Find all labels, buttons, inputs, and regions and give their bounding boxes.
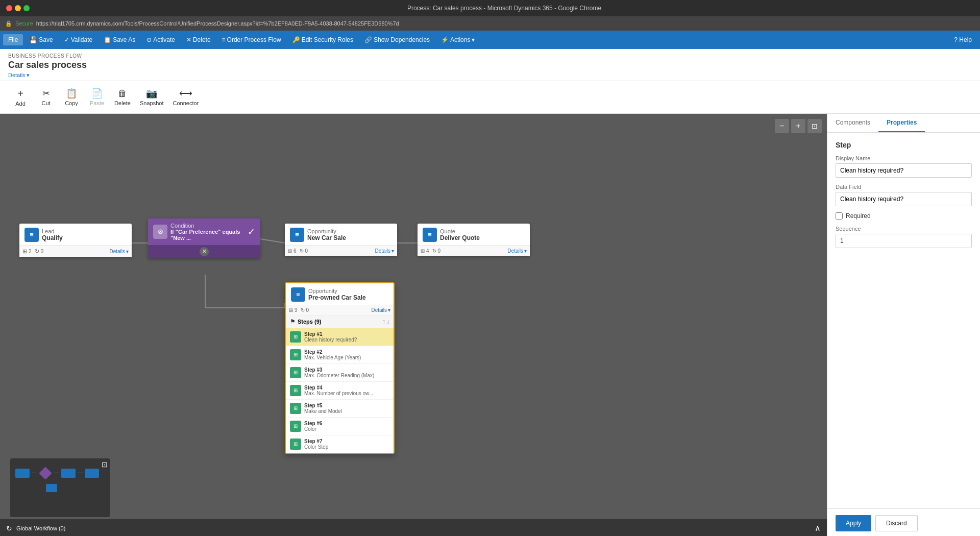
step-item-1[interactable]: ⊞ Step #1 Clean history required?: [286, 328, 394, 346]
condition-node[interactable]: ⊗ Condition If "Car Preference" equals "…: [148, 218, 260, 258]
connector-svg: [0, 114, 827, 537]
step-item-2[interactable]: ⊞ Step #2 Max. Vehicle Age (Years): [286, 346, 394, 364]
lead-details-button[interactable]: Details ▾: [109, 249, 129, 254]
quote-header: ≡ Quote Deliver Quote: [418, 224, 530, 246]
step-item-3[interactable]: ⊞ Step #3 Max. Odometer Reading (Max): [286, 364, 394, 382]
help-button[interactable]: ? Help: [949, 34, 977, 45]
activate-button[interactable]: ⊙ Activate: [141, 34, 180, 45]
deps-icon: 🔗: [364, 36, 372, 43]
opp-new-chevron: ▾: [391, 248, 394, 254]
step-item-6[interactable]: ⊞ Step #6 Color: [286, 418, 394, 435]
main-layout: − + ⊡ ≡ Lead Qualify: [0, 114, 980, 537]
save-label: Save: [39, 36, 53, 43]
details-link[interactable]: Details ▾: [8, 72, 30, 81]
step-icon-3: ⊞: [290, 367, 301, 378]
fit-button[interactable]: ⊡: [807, 119, 822, 133]
deps-label: Show Dependencies: [374, 36, 430, 43]
display-name-input[interactable]: [836, 163, 972, 178]
save-as-button[interactable]: 📋 Save As: [99, 34, 140, 45]
file-button[interactable]: File: [3, 34, 23, 45]
tab-components[interactable]: Components: [827, 114, 878, 132]
opp-pre-type: Opportunity: [308, 288, 366, 294]
steps-icon3: ⊞: [421, 248, 425, 254]
quote-details-button[interactable]: Details ▾: [507, 248, 527, 254]
sort-down-button[interactable]: ↓: [386, 318, 389, 325]
edit-security-roles-button[interactable]: 🔑 Edit Security Roles: [287, 34, 358, 45]
paste-button[interactable]: 📄 Paste: [85, 86, 109, 108]
connector-button[interactable]: ⟷ Connector: [168, 86, 203, 108]
validate-button[interactable]: ✓ Validate: [59, 34, 97, 45]
sort-up-button[interactable]: ↑: [382, 318, 385, 325]
global-workflow-expand-button[interactable]: ∧: [815, 523, 821, 533]
snapshot-icon: 📷: [146, 88, 157, 99]
add-button[interactable]: + Add: [8, 86, 33, 109]
opp-pre-steps: ⊞ 9: [289, 307, 298, 313]
delete-icon: ✕: [186, 36, 191, 43]
apply-button[interactable]: Apply: [836, 515, 871, 531]
save-button[interactable]: 💾 Save: [24, 34, 58, 46]
opp-pre-subtitle: Pre-owned Car Sale: [308, 294, 366, 301]
page-title: Car sales process: [8, 59, 972, 71]
show-dependencies-button[interactable]: 🔗 Show Dependencies: [359, 34, 435, 45]
condition-close-button[interactable]: ✕: [200, 247, 209, 256]
panel-content: Step Display Name Data Field Clean histo…: [827, 133, 980, 508]
opp-pre-refresh: ↻ 0: [301, 307, 309, 313]
canvas-area[interactable]: − + ⊡ ≡ Lead Qualify: [0, 114, 827, 537]
activate-icon: ⊙: [146, 36, 152, 43]
sequence-select[interactable]: 1: [836, 234, 972, 248]
designer-toolbar: + Add ✂ Cut 📋 Copy 📄 Paste 🗑 Delete 📷 Sn…: [0, 81, 980, 114]
security-label: Edit Security Roles: [302, 36, 353, 43]
url-bar[interactable]: 🔒 Secure https://trial1705.crm.dynamics.…: [0, 16, 980, 31]
quote-steps: ⊞ 4: [421, 248, 429, 254]
cut-button[interactable]: ✂ Cut: [34, 86, 58, 108]
zoom-in-button[interactable]: +: [791, 119, 805, 133]
lead-node[interactable]: ≡ Lead Qualify ⊞ 2 ↻ 0 Details ▾: [19, 224, 132, 257]
save-icon: 💾: [29, 36, 37, 44]
delete-design-button[interactable]: 🗑 Delete: [110, 86, 135, 108]
app-toolbar: File 💾 Save ✓ Validate 📋 Save As ⊙ Activ…: [0, 31, 980, 49]
sequence-label: Sequence: [836, 226, 972, 232]
canvas-controls: − + ⊡: [775, 119, 822, 133]
opp-pre-footer: ⊞ 9 ↻ 0 Details ▾: [286, 305, 394, 315]
global-workflow-bar: ↻ Global Workflow (0) ∧: [0, 519, 827, 537]
step-4-name: Max. Number of previous ow...: [304, 391, 373, 396]
svg-line-1: [260, 239, 285, 243]
copy-button[interactable]: 📋 Copy: [59, 86, 84, 108]
actions-icon: ⚡: [441, 36, 449, 43]
snapshot-button[interactable]: 📷 Snapshot: [136, 86, 167, 108]
global-workflow-label: Global Workflow (0): [16, 525, 65, 531]
opportunity-new-node[interactable]: ≡ Opportunity New Car Sale ⊞ 6 ↻ 0 Detai…: [285, 224, 397, 256]
opp-new-details-button[interactable]: Details ▾: [375, 248, 394, 254]
delete-button[interactable]: ✕ Delete: [181, 34, 216, 45]
discard-button[interactable]: Discard: [875, 515, 918, 531]
opp-new-type: Opportunity: [307, 228, 346, 234]
order-process-flow-button[interactable]: ≡ Order Process Flow: [217, 34, 286, 45]
quote-icon: ≡: [423, 228, 437, 242]
step-5-number: Step #5: [304, 403, 342, 408]
step-3-name: Max. Odometer Reading (Max): [304, 373, 374, 378]
zoom-out-button[interactable]: −: [775, 119, 789, 133]
opp-pre-chevron: ▾: [388, 307, 390, 313]
quote-footer: ⊞ 4 ↻ 0 Details ▾: [418, 246, 530, 256]
step-item-5[interactable]: ⊞ Step #5 Make and Model: [286, 400, 394, 418]
required-checkbox[interactable]: [836, 212, 843, 220]
actions-button[interactable]: ⚡ Actions ▾: [436, 34, 480, 45]
data-field-select[interactable]: Clean history required?: [836, 192, 972, 206]
steps-popup[interactable]: ≡ Opportunity Pre-owned Car Sale ⊞ 9 ↻ 0…: [285, 282, 395, 454]
quote-node[interactable]: ≡ Quote Deliver Quote ⊞ 4 ↻ 0 Details ▾: [418, 224, 530, 256]
step-icon-7: ⊞: [290, 438, 301, 450]
save-as-label: Save As: [113, 36, 135, 43]
details-chevron: ▾: [27, 72, 30, 79]
page-header: BUSINESS PROCESS FLOW Car sales process …: [0, 49, 980, 81]
validate-icon: ✓: [64, 36, 69, 43]
bpf-label: BUSINESS PROCESS FLOW: [8, 51, 972, 59]
tab-properties[interactable]: Properties: [878, 114, 925, 132]
opp-pre-details-button[interactable]: Details ▾: [371, 307, 390, 313]
step-1-name: Clean history required?: [304, 337, 357, 343]
quote-subtitle: Deliver Quote: [440, 234, 480, 241]
step-item-4[interactable]: ⊞ Step #4 Max. Number of previous ow...: [286, 382, 394, 400]
connector-icon: ⟷: [179, 88, 192, 99]
url-text: https://trial1705.crm.dynamics.com/Tools…: [36, 20, 399, 27]
minimap-expand-button[interactable]: ⊡: [102, 460, 108, 469]
step-item-7[interactable]: ⊞ Step #7 Color Step: [286, 435, 394, 453]
